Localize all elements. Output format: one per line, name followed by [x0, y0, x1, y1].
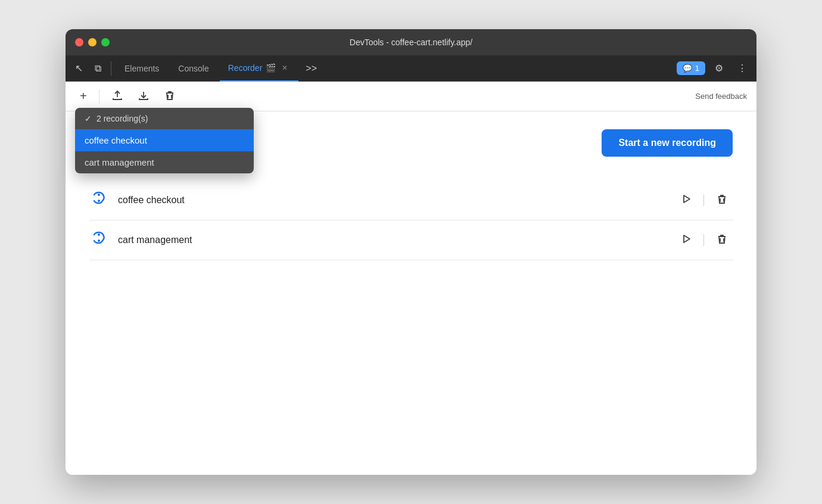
svg-point-0 — [98, 194, 100, 196]
device-icon: ⧉ — [95, 63, 101, 74]
recording-name-1: coffee checkout — [118, 195, 665, 206]
tab-recorder-label: Recorder — [228, 63, 263, 73]
trash-icon-1 — [716, 195, 728, 207]
dropdown-item-coffee-checkout[interactable]: coffee checkout — [75, 129, 254, 151]
tab-recorder[interactable]: Recorder 🎬 ✕ — [220, 55, 299, 82]
import-button[interactable] — [133, 86, 154, 107]
trash-icon-2 — [716, 235, 728, 247]
window-title: DevTools - coffee-cart.netlify.app/ — [350, 38, 472, 47]
toolbar-divider-2 — [99, 89, 99, 104]
export-button[interactable] — [107, 86, 128, 107]
recording-actions-2 — [675, 231, 733, 250]
tab-elements-label: Elements — [124, 64, 159, 73]
devtools-body: + — [66, 82, 756, 475]
delete-recording-1-button[interactable] — [711, 191, 733, 210]
toolbar-divider-1 — [111, 61, 111, 76]
dropdown-container: ✓ 2 recording(s) coffee checkout cart ma… — [75, 108, 254, 173]
traffic-lights — [75, 38, 110, 46]
delete-recording-button[interactable] — [159, 86, 180, 107]
devtools-window: DevTools - coffee-cart.netlify.app/ ↖ ⧉ … — [66, 29, 756, 475]
plus-icon: + — [80, 89, 87, 103]
svg-point-3 — [98, 239, 100, 242]
svg-point-1 — [98, 200, 100, 202]
more-tabs-icon: >> — [306, 63, 317, 74]
dropdown-item-label-2: cart management — [85, 157, 154, 167]
feedback-badge[interactable]: 💬 1 — [677, 61, 705, 75]
send-feedback-link[interactable]: Send feedback — [695, 92, 747, 101]
close-button[interactable] — [75, 38, 83, 46]
tab-recorder-close[interactable]: ✕ — [279, 63, 290, 73]
titlebar: DevTools - coffee-cart.netlify.app/ — [66, 29, 756, 55]
recording-item-2: cart management — [89, 220, 733, 260]
add-recording-button[interactable]: + — [75, 86, 92, 107]
devtools-toolbar: ↖ ⧉ Elements Console Recorder 🎬 ✕ >> 💬 1… — [66, 55, 756, 82]
recording-list: coffee checkout — [89, 181, 733, 260]
tab-elements[interactable]: Elements — [116, 55, 167, 82]
trash-icon — [164, 89, 176, 104]
play-recording-2-button[interactable] — [675, 231, 696, 250]
recording-icon-1 — [89, 190, 108, 210]
dropdown-item-label-1: coffee checkout — [85, 135, 147, 145]
play-icon-1 — [680, 195, 692, 207]
device-toggle-button[interactable]: ⧉ — [90, 60, 106, 77]
cursor-tool-button[interactable]: ↖ — [70, 59, 88, 77]
download-icon — [138, 89, 150, 104]
maximize-button[interactable] — [101, 38, 110, 46]
recording-actions-1 — [675, 191, 733, 210]
action-sep-2 — [703, 234, 704, 246]
feedback-count: 1 — [695, 64, 699, 73]
minimize-button[interactable] — [88, 38, 96, 46]
more-options-icon: ⋮ — [737, 63, 747, 74]
dropdown-header: ✓ 2 recording(s) — [75, 108, 254, 129]
checkmark-icon: ✓ — [85, 114, 92, 123]
gear-icon: ⚙ — [715, 63, 723, 74]
tab-console-label: Console — [178, 64, 208, 73]
cursor-icon: ↖ — [75, 63, 83, 74]
svg-point-2 — [98, 234, 100, 236]
play-icon-2 — [680, 235, 692, 247]
recorder-icon: 🎬 — [266, 63, 276, 73]
recordings-dropdown: ✓ 2 recording(s) coffee checkout cart ma… — [75, 108, 254, 173]
dropdown-item-cart-management[interactable]: cart management — [75, 151, 254, 173]
start-recording-button[interactable]: Start a new recording — [602, 129, 733, 157]
recorder-toolbar: + — [66, 82, 756, 111]
dropdown-header-label: 2 recording(s) — [96, 114, 148, 123]
play-recording-1-button[interactable] — [675, 191, 696, 210]
recording-name-2: cart management — [118, 235, 665, 245]
toolbar-right: 💬 1 ⚙ ⋮ — [677, 59, 752, 77]
action-sep-1 — [703, 194, 704, 206]
recording-icon-2 — [89, 230, 108, 250]
more-options-button[interactable]: ⋮ — [733, 59, 752, 77]
chat-icon: 💬 — [683, 64, 692, 73]
settings-button[interactable]: ⚙ — [710, 59, 728, 77]
tab-console[interactable]: Console — [170, 55, 217, 82]
delete-recording-2-button[interactable] — [711, 231, 733, 250]
recording-item-1: coffee checkout — [89, 181, 733, 220]
more-tabs-button[interactable]: >> — [301, 60, 322, 77]
upload-icon — [111, 89, 123, 104]
